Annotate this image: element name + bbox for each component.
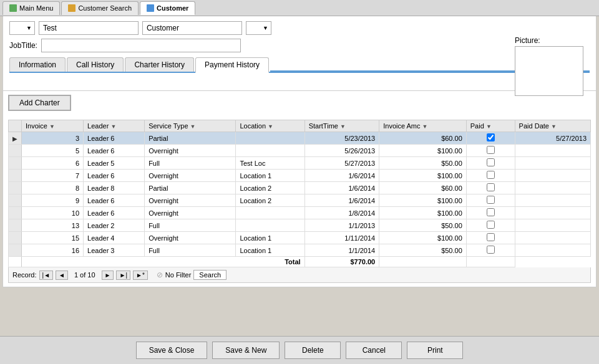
table-scroll-area[interactable]: Invoice ▼ Leader ▼ Service Type ▼ Locati… <box>8 120 591 267</box>
total-amount: $770.00 <box>304 257 379 267</box>
cell-start-time: 1/6/2014 <box>304 170 379 182</box>
paid-checkbox[interactable] <box>487 208 495 216</box>
picture-box <box>515 46 583 96</box>
paid-checkbox[interactable] <box>487 171 495 179</box>
salutation-arrow[interactable]: ▼ <box>26 25 32 31</box>
cell-location <box>236 145 304 157</box>
cell-paid[interactable] <box>466 219 515 232</box>
cell-paid-date <box>515 170 590 182</box>
col-service-type[interactable]: Service Type ▼ <box>145 120 236 132</box>
cell-invoice-amount: $50.00 <box>379 157 467 170</box>
cell-paid[interactable] <box>466 232 515 244</box>
table-row[interactable]: 15Leader 4OvernightLocation 11/11/2014$1… <box>9 232 591 244</box>
cell-invoice-amount: $60.00 <box>379 182 467 194</box>
nav-next-btn[interactable]: ► <box>102 271 114 280</box>
cell-paid[interactable] <box>466 194 515 207</box>
cell-service-type: Overnight <box>145 145 236 157</box>
cell-paid[interactable] <box>466 157 515 170</box>
col-paid-date[interactable]: Paid Date ▼ <box>515 120 590 132</box>
total-selector <box>9 257 22 267</box>
tab-payment-history[interactable]: Payment History <box>195 57 269 73</box>
row-selector <box>9 232 22 244</box>
paid-checkbox[interactable] <box>487 133 495 141</box>
col-start-time[interactable]: StartTime ▼ <box>304 120 379 132</box>
col-invoice[interactable]: Invoice ▼ <box>22 120 84 132</box>
nav-search-btn[interactable]: Search <box>193 270 226 280</box>
first-name-input[interactable] <box>39 21 139 35</box>
cell-paid[interactable] <box>466 244 515 257</box>
col-start-time-label: StartTime <box>309 122 338 130</box>
save-close-button[interactable]: Save & Close <box>136 342 208 359</box>
cell-paid[interactable] <box>466 170 515 182</box>
tab-information[interactable]: Information <box>9 57 66 72</box>
table-row[interactable]: 8Leader 8PartialLocation 21/6/2014$60.00 <box>9 182 591 194</box>
col-location-label: Location <box>240 122 266 130</box>
col-location[interactable]: Location ▼ <box>236 120 304 132</box>
tab-call-history[interactable]: Call History <box>67 57 124 72</box>
paid-checkbox[interactable] <box>487 221 495 229</box>
print-button[interactable]: Print <box>407 342 463 359</box>
paid-checkbox[interactable] <box>487 183 495 191</box>
nav-prev-btn[interactable]: ◄ <box>56 271 68 280</box>
nav-new-btn[interactable]: ►* <box>133 271 148 280</box>
cell-paid[interactable] <box>466 182 515 194</box>
cell-start-time: 5/27/2013 <box>304 157 379 170</box>
table-row[interactable]: 5Leader 6Overnight5/26/2013$100.00 <box>9 145 591 157</box>
table-row[interactable]: 9Leader 6OvernightLocation 21/6/2014$100… <box>9 194 591 207</box>
table-row[interactable]: 6Leader 5FullTest Loc5/27/2013$50.00 <box>9 157 591 170</box>
table-row[interactable]: ▶3Leader 6Partial5/23/2013$60.005/27/201… <box>9 132 591 145</box>
paid-checkbox[interactable] <box>487 233 495 241</box>
nav-last-btn[interactable]: ►| <box>116 271 130 280</box>
paid-checkbox[interactable] <box>487 196 495 204</box>
col-paid-label: Paid <box>470 122 484 130</box>
col-service-type-sort: ▼ <box>190 123 196 130</box>
charter-content: Add Charter Invoice ▼ Leader ▼ Service T… <box>2 91 597 287</box>
nav-first-btn[interactable]: |◄ <box>39 271 54 280</box>
cell-leader: Leader 8 <box>84 182 145 194</box>
table-row[interactable]: 13Leader 2Full1/1/2013$50.00 <box>9 219 591 232</box>
paid-checkbox[interactable] <box>487 246 495 254</box>
tab-customer-search[interactable]: Customer Search <box>61 1 139 15</box>
tab-main-menu[interactable]: Main Menu <box>2 1 60 15</box>
table-row[interactable]: 7Leader 6OvernightLocation 11/6/2014$100… <box>9 170 591 182</box>
delete-button[interactable]: Delete <box>285 342 341 359</box>
customer-search-icon <box>68 4 75 12</box>
col-invoice-label: Invoice <box>26 122 47 130</box>
row-selector <box>9 194 22 207</box>
salutation-dropdown[interactable]: ▼ <box>9 21 35 35</box>
cell-paid[interactable] <box>466 132 515 145</box>
tab-charter-history[interactable]: Charter History <box>125 57 194 72</box>
cell-start-time: 5/23/2013 <box>304 132 379 145</box>
paid-checkbox[interactable] <box>487 146 495 154</box>
cell-leader: Leader 5 <box>84 157 145 170</box>
total-row: Total$770.00 <box>9 257 591 267</box>
cell-leader: Leader 6 <box>84 207 145 219</box>
tab-customer[interactable]: Customer <box>140 1 195 15</box>
table-row[interactable]: 16Leader 3FullLocation 11/1/2014$50.00 <box>9 244 591 257</box>
add-charter-button[interactable]: Add Charter <box>8 95 71 111</box>
cell-invoice-amount: $100.00 <box>379 232 467 244</box>
cell-invoice-amount: $100.00 <box>379 207 467 219</box>
cell-leader: Leader 6 <box>84 132 145 145</box>
col-location-sort: ▼ <box>268 123 273 130</box>
jobtitle-row: JobTitle: <box>9 39 590 52</box>
row-selector <box>9 182 22 194</box>
cancel-button[interactable]: Cancel <box>346 342 402 359</box>
last-name-input[interactable] <box>142 21 242 35</box>
cell-paid[interactable] <box>466 145 515 157</box>
save-new-button[interactable]: Save & New <box>212 342 280 359</box>
cell-invoice: 8 <box>22 182 84 194</box>
cell-location <box>236 207 304 219</box>
col-paid[interactable]: Paid ▼ <box>466 120 515 132</box>
cell-leader: Leader 4 <box>84 232 145 244</box>
cell-paid-date <box>515 244 590 257</box>
customer-type-arrow[interactable]: ▼ <box>263 25 268 31</box>
col-invoice-amount[interactable]: Invoice Amc ▼ <box>379 120 467 132</box>
table-row[interactable]: 10Leader 6Overnight1/8/2014$100.00 <box>9 207 591 219</box>
col-leader[interactable]: Leader ▼ <box>84 120 145 132</box>
paid-checkbox[interactable] <box>487 158 495 166</box>
cell-paid[interactable] <box>466 207 515 219</box>
jobtitle-input[interactable] <box>41 39 241 52</box>
cell-invoice-amount: $60.00 <box>379 132 467 145</box>
customer-type-dropdown[interactable]: ▼ <box>246 21 271 35</box>
